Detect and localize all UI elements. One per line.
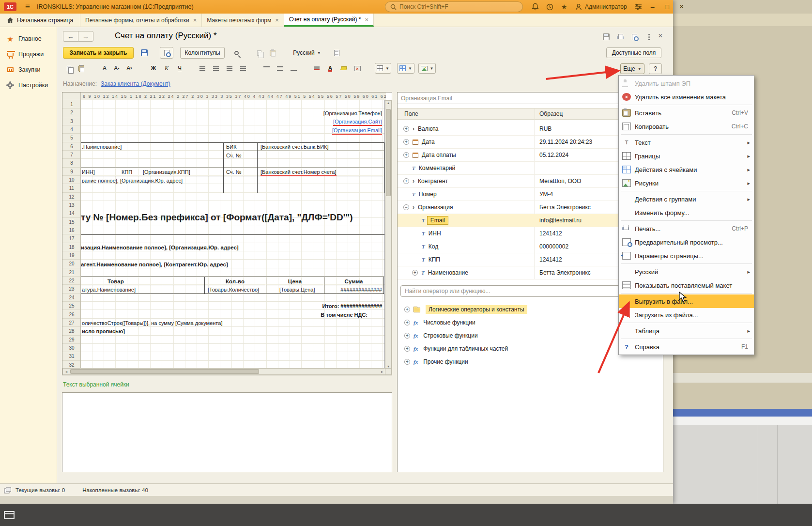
sidebar-item-3[interactable]: Закупки bbox=[0, 62, 57, 77]
align-left-icon[interactable] bbox=[197, 63, 208, 74]
row-header-14[interactable]: 14 bbox=[62, 209, 81, 217]
paste-style-icon[interactable] bbox=[266, 47, 279, 59]
cell-org-full[interactable]: вание полное], [Организация.Юр. адрес] bbox=[82, 177, 183, 185]
vertical-scroll-thumb[interactable] bbox=[386, 109, 391, 196]
form-more-icon[interactable] bbox=[643, 32, 655, 42]
row-header-21[interactable]: 21 bbox=[62, 268, 81, 277]
cell-doc-title[interactable]: ту № [Номер.Без префикса] от [Формат([Да… bbox=[81, 210, 353, 225]
menu-item-paste[interactable]: ВставитьCtrl+V bbox=[619, 106, 754, 120]
cell-bik-label[interactable]: БИК bbox=[226, 143, 237, 151]
border-bottom-icon[interactable] bbox=[288, 63, 299, 74]
menu-item-borders[interactable]: Границы▸ bbox=[619, 149, 754, 163]
items-cell-qty[interactable]: [Товары.Количество] bbox=[208, 286, 259, 294]
sidebar-item-1[interactable]: ★Главное bbox=[0, 31, 57, 46]
more-button[interactable]: Еще▼ bbox=[620, 63, 644, 74]
row-header-18[interactable]: 18 bbox=[62, 243, 81, 251]
fill-color-icon[interactable] bbox=[311, 63, 322, 74]
copy-style-icon[interactable] bbox=[253, 47, 265, 59]
history-icon[interactable] bbox=[542, 3, 557, 11]
expand-icon[interactable]: + bbox=[403, 152, 409, 158]
row-header-3[interactable]: 3 bbox=[62, 117, 81, 125]
function-group-5[interactable]: +fxПрочие функции bbox=[398, 355, 663, 368]
scroll-up-icon[interactable]: ▴ bbox=[387, 101, 389, 108]
row-header-15[interactable]: 15 bbox=[62, 218, 81, 226]
nav-back-button[interactable]: ← bbox=[63, 31, 78, 42]
sheet-grid[interactable]: [Организация.Телефон] [Организация.Сайт]… bbox=[81, 100, 386, 369]
menu-item-copy[interactable]: КопироватьCtrl+C bbox=[619, 120, 754, 133]
purpose-link[interactable]: Заказ клиента (Документ) bbox=[101, 80, 170, 87]
cell-vat[interactable]: В том числе НДС: bbox=[265, 311, 368, 319]
global-search-input[interactable]: Поиск Ctrl+Shift+F bbox=[385, 1, 523, 12]
cell-account-value[interactable]: [Банковский счет.Номер счета] bbox=[260, 169, 337, 176]
font-color-icon[interactable]: А bbox=[324, 63, 336, 74]
headers-footers-button[interactable]: Колонтитулы bbox=[180, 47, 225, 59]
items-header-qty[interactable]: Кол-во bbox=[204, 278, 266, 285]
cell-inn[interactable]: ИНН] bbox=[82, 169, 95, 176]
form-print-icon[interactable] bbox=[614, 32, 626, 42]
border-middle-icon[interactable] bbox=[274, 63, 286, 74]
row-header-10[interactable]: 10 bbox=[62, 176, 81, 184]
layout-language-dropdown[interactable]: Русский▼ bbox=[291, 47, 322, 59]
highlight-icon[interactable] bbox=[338, 63, 350, 74]
cell-phone[interactable]: [Организация.Телефон] bbox=[323, 110, 382, 117]
tab-2[interactable]: Макеты печатных форм× bbox=[202, 14, 284, 27]
row-header-7[interactable]: 7 bbox=[62, 151, 81, 159]
row-header-25[interactable]: 25 bbox=[62, 302, 81, 310]
paste-icon[interactable] bbox=[76, 63, 87, 74]
cell-account-label[interactable]: Сч. № bbox=[226, 152, 241, 159]
row-header-2[interactable]: 2 bbox=[62, 108, 81, 117]
row-header-1[interactable]: 1 bbox=[62, 100, 81, 108]
expand-icon[interactable]: + bbox=[404, 307, 410, 312]
horizontal-scroll-thumb[interactable] bbox=[70, 369, 259, 374]
items-cell-price[interactable]: [Товары.Цена] bbox=[279, 286, 315, 294]
favorites-star-icon[interactable]: ★ bbox=[557, 3, 571, 11]
align-justify-icon[interactable] bbox=[237, 63, 249, 74]
help-button[interactable]: ? bbox=[649, 63, 662, 74]
cell-bank-name[interactable]: .Наименование] bbox=[82, 143, 122, 151]
cell-total[interactable]: Итого: ############## bbox=[265, 303, 382, 310]
menu-item-help[interactable]: ?СправкаF1 bbox=[619, 340, 754, 354]
column-sample[interactable]: Образец bbox=[539, 110, 563, 117]
row-header-6[interactable]: 6 bbox=[62, 142, 81, 151]
row-header-28[interactable]: 28 bbox=[62, 327, 81, 335]
menu-item-group-actions[interactable]: Действия с группами▸ bbox=[619, 192, 754, 206]
row-header-12[interactable]: 12 bbox=[62, 193, 81, 201]
items-header-sum[interactable]: Сумма bbox=[324, 278, 383, 285]
scroll-right-icon[interactable]: ▸ bbox=[379, 370, 385, 374]
row-header-13[interactable]: 13 bbox=[62, 201, 81, 209]
save-and-close-button[interactable]: Записать и закрыть bbox=[63, 47, 134, 59]
menu-item-show-shipped-layout[interactable]: Показывать поставляемый макет bbox=[619, 278, 754, 292]
menu-item-print[interactable]: Печать...Ctrl+P bbox=[619, 222, 754, 235]
collapse-icon[interactable]: − bbox=[403, 204, 409, 210]
minimize-icon[interactable]: – bbox=[645, 3, 660, 11]
tab-close-icon[interactable]: × bbox=[365, 16, 368, 23]
tab-close-icon[interactable]: × bbox=[275, 17, 279, 23]
row-header-23[interactable]: 23 bbox=[62, 285, 81, 293]
column-field[interactable]: Поле bbox=[404, 110, 418, 117]
service-menu-icon[interactable] bbox=[631, 3, 645, 10]
menu-item-print-preview[interactable]: Предварительный просмотр... bbox=[619, 235, 754, 249]
underline-button[interactable]: Ч bbox=[173, 63, 186, 74]
cells-dropdown-icon[interactable]: ▼ bbox=[397, 63, 414, 74]
cell-count-line[interactable]: оличествоСтрок([Товары])], на сумму [Сум… bbox=[82, 320, 222, 327]
align-center-icon[interactable] bbox=[210, 63, 222, 74]
cell-kpp-label[interactable]: КПП bbox=[122, 169, 132, 176]
current-user[interactable]: Администратор bbox=[571, 3, 631, 11]
items-cell-name[interactable]: атура.Наименование] bbox=[82, 286, 136, 294]
zoom-icon[interactable] bbox=[230, 47, 243, 59]
row-header-20[interactable]: 20 bbox=[62, 260, 81, 268]
menu-item-delete-stamp[interactable]: Удалить штамп ЭП bbox=[619, 77, 754, 90]
column-headers[interactable]: 8 9 10 12 14 15 1 18 2 21 22 24 2 27 2 3… bbox=[81, 93, 386, 100]
menu-item-page-setup[interactable]: Параметры страницы... bbox=[619, 249, 754, 263]
row-header-11[interactable]: 11 bbox=[62, 184, 81, 192]
row-header-27[interactable]: 27 bbox=[62, 319, 81, 327]
row-header-9[interactable]: 9 bbox=[62, 168, 81, 176]
save-icon[interactable] bbox=[138, 47, 151, 59]
borders-dropdown-icon[interactable]: ▼ bbox=[375, 63, 391, 74]
menu-item-import-from-file[interactable]: Загрузить из файла... bbox=[619, 308, 754, 322]
menu-item-cell-actions[interactable]: Действия с ячейками▸ bbox=[619, 163, 754, 176]
cell-bik-value[interactable]: [Банковский счет.Банк.БИК] bbox=[260, 143, 329, 151]
bold-button[interactable]: Ж bbox=[147, 63, 160, 74]
picture-dropdown-icon[interactable]: ▼ bbox=[418, 63, 436, 74]
border-top-icon[interactable] bbox=[260, 63, 272, 74]
